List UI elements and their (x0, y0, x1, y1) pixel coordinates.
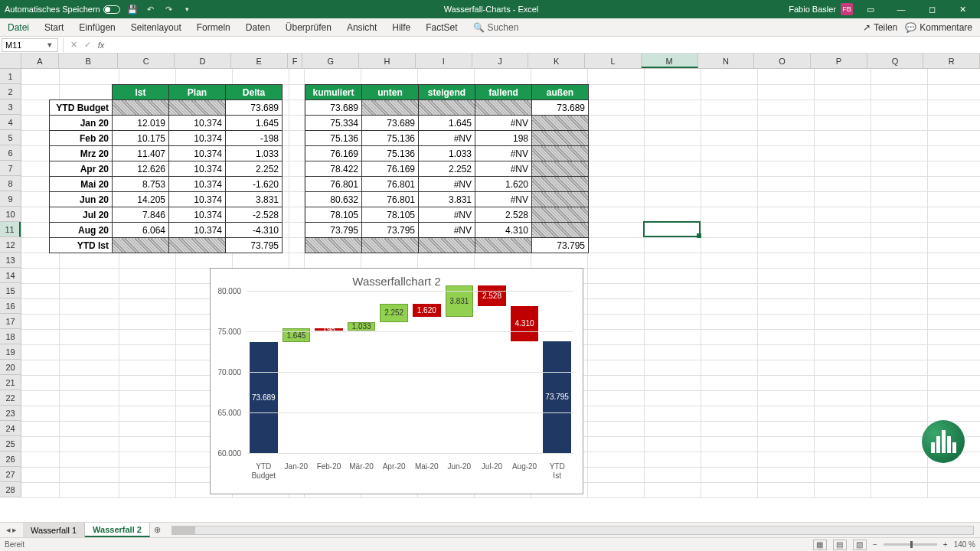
column-header[interactable]: G (302, 54, 359, 68)
row-header[interactable]: 23 (0, 406, 21, 421)
row-header[interactable]: 10 (0, 207, 21, 222)
sheet-tab[interactable]: Wasserfall 2 (85, 523, 150, 537)
chevron-left-icon: ◂ (6, 525, 11, 535)
enter-formula-icon[interactable]: ✓ (80, 40, 94, 50)
name-box[interactable]: M11 ▾ (2, 38, 58, 52)
row-header[interactable]: 21 (0, 375, 21, 390)
column-header[interactable]: J (472, 54, 529, 68)
undo-icon[interactable]: ↶ (145, 3, 157, 15)
column-header[interactable]: B (59, 54, 119, 68)
ribbon-tab-datei[interactable]: Datei (0, 18, 37, 36)
ribbon-options-icon[interactable]: ▭ (858, 0, 884, 18)
row-header[interactable]: 15 (0, 283, 21, 298)
column-header[interactable]: C (118, 54, 175, 68)
zoom-in-button[interactable]: + (943, 540, 948, 549)
column-header[interactable]: I (416, 54, 472, 68)
data-table-left[interactable]: IstPlanDelta YTD Budget 73.689Jan 20 12.… (49, 84, 283, 253)
formula-input[interactable] (108, 38, 980, 52)
column-header[interactable]: K (528, 54, 585, 68)
ribbon-tab-seitenlayout[interactable]: Seitenlayout (123, 18, 189, 36)
row-header[interactable]: 5 (0, 130, 21, 145)
page-layout-button[interactable]: ▤ (833, 540, 847, 550)
x-axis-label: Aug-20 (508, 459, 541, 481)
row-header[interactable]: 2 (0, 84, 21, 99)
row-header[interactable]: 19 (0, 344, 21, 360)
search-box[interactable]: 🔍 Suchen (473, 22, 519, 33)
column-header[interactable]: P (811, 54, 867, 68)
ribbon-tab-ansicht[interactable]: Ansicht (339, 18, 384, 36)
ribbon-tab-formeln[interactable]: Formeln (189, 18, 238, 36)
sheet-tab-bar: ◂▸ Wasserfall 1Wasserfall 2 ⊕ (0, 522, 980, 537)
zoom-slider[interactable] (884, 543, 937, 546)
row-header[interactable]: 28 (0, 482, 21, 497)
column-header[interactable]: A (21, 54, 59, 68)
share-button[interactable]: ↗ Teilen (863, 22, 897, 33)
user-name[interactable]: Fabio Basler (789, 5, 836, 14)
ribbon-tab-einfügen[interactable]: Einfügen (71, 18, 122, 36)
row-header[interactable]: 27 (0, 467, 21, 482)
ribbon-tab-start[interactable]: Start (37, 18, 71, 36)
row-header[interactable]: 12 (0, 237, 21, 253)
row-header[interactable]: 16 (0, 298, 21, 314)
row-header[interactable]: 18 (0, 329, 21, 344)
column-header[interactable]: M (642, 54, 698, 68)
select-all-corner[interactable] (0, 54, 21, 68)
x-axis-label: Jan-20 (280, 459, 313, 481)
row-header[interactable]: 8 (0, 176, 21, 191)
x-axis-label: YTDIst (541, 459, 573, 481)
column-header[interactable]: Q (867, 54, 924, 68)
column-header[interactable]: F (288, 54, 303, 68)
column-header[interactable]: E (231, 54, 288, 68)
column-header[interactable]: R (923, 54, 980, 68)
horizontal-scrollbar[interactable] (172, 526, 974, 535)
redo-icon[interactable]: ↷ (163, 3, 175, 15)
row-header[interactable]: 24 (0, 421, 21, 436)
chart-bar: 73.689 (250, 342, 278, 453)
row-header[interactable]: 22 (0, 390, 21, 406)
data-table-right[interactable]: kumuliertuntensteigendfallendaußen 73.68… (305, 84, 589, 253)
comments-button[interactable]: 💬 Kommentare (905, 22, 972, 33)
add-sheet-button[interactable]: ⊕ (150, 525, 165, 535)
column-header[interactable]: D (175, 54, 231, 68)
ribbon-tab-überprüfen[interactable]: Überprüfen (278, 18, 339, 36)
ribbon-tab-factset[interactable]: FactSet (418, 18, 465, 36)
row-header[interactable]: 7 (0, 161, 21, 176)
cancel-formula-icon[interactable]: ✕ (67, 40, 80, 50)
row-header[interactable]: 14 (0, 268, 21, 283)
maximize-button[interactable]: ◻ (919, 0, 945, 18)
waterfall-chart[interactable]: Wasserfallchart 2 60.00065.00070.00075.0… (210, 268, 583, 494)
row-header[interactable]: 13 (0, 253, 21, 268)
sheet-nav[interactable]: ◂▸ (0, 525, 23, 535)
row-header[interactable]: 26 (0, 452, 21, 467)
close-button[interactable]: ✕ (949, 0, 975, 18)
qat-customize-icon[interactable]: ▾ (181, 3, 194, 15)
chart-bar: 73.795 (543, 341, 571, 453)
ribbon-tab-hilfe[interactable]: Hilfe (384, 18, 418, 36)
save-icon[interactable]: 💾 (126, 3, 139, 15)
row-header[interactable]: 1 (0, 69, 21, 84)
row-header[interactable]: 4 (0, 115, 21, 130)
chart-bar: 2.252 (380, 304, 408, 322)
worksheet-grid[interactable]: ABCDEFGHIJKLMNOPQR 123456789101112131415… (0, 54, 980, 522)
row-header[interactable]: 25 (0, 436, 21, 452)
column-header[interactable]: H (359, 54, 416, 68)
row-header[interactable]: 17 (0, 314, 21, 329)
row-header[interactable]: 3 (0, 99, 21, 115)
user-avatar[interactable]: FB (841, 3, 853, 15)
page-break-button[interactable]: ▧ (853, 540, 867, 550)
column-header[interactable]: O (754, 54, 811, 68)
minimize-button[interactable]: ― (888, 0, 914, 18)
ribbon-tab-daten[interactable]: Daten (238, 18, 278, 36)
fx-icon[interactable]: fx (94, 41, 108, 50)
row-header[interactable]: 6 (0, 145, 21, 161)
row-header[interactable]: 11 (0, 222, 21, 237)
column-header[interactable]: L (585, 54, 642, 68)
column-header[interactable]: N (698, 54, 755, 68)
formula-bar: M11 ▾ ✕ ✓ fx (0, 37, 980, 54)
zoom-out-button[interactable]: − (873, 540, 877, 549)
row-header[interactable]: 9 (0, 191, 21, 207)
normal-view-button[interactable]: ▦ (813, 540, 827, 550)
row-header[interactable]: 20 (0, 360, 21, 375)
autosave-toggle[interactable]: Automatisches Speichern (5, 5, 120, 14)
sheet-tab[interactable]: Wasserfall 1 (23, 523, 85, 537)
